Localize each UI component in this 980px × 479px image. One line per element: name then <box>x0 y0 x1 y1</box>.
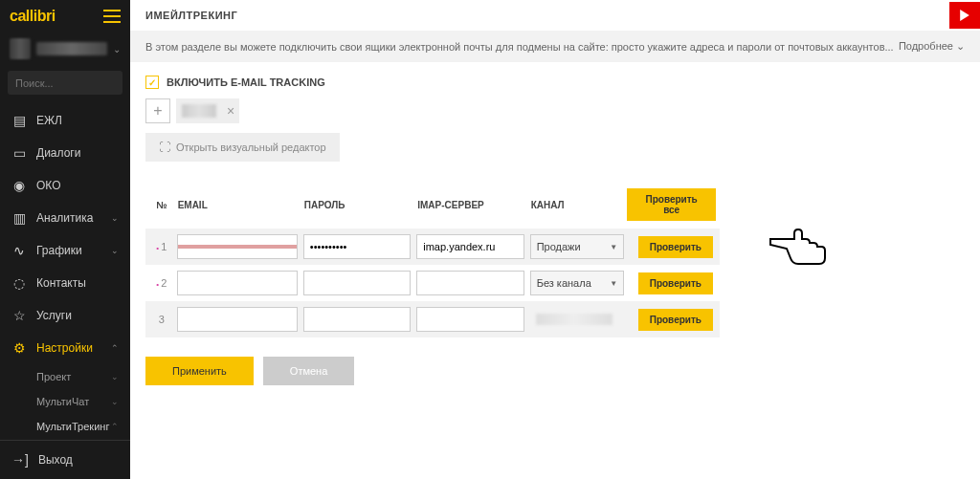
password-input[interactable] <box>303 271 411 295</box>
email-cell <box>174 234 301 259</box>
dropdown-value: Продажи <box>537 241 581 252</box>
topbar: ИМЕЙЛТРЕКИНГ <box>130 0 980 31</box>
profile-row[interactable]: ⌄ <box>0 33 130 65</box>
sidebar-item-services[interactable]: ☆Услуги <box>0 299 130 332</box>
sidebar-item-dialogs[interactable]: ▭Диалоги <box>0 137 130 169</box>
sidebar-item-oko[interactable]: ◉ОКО <box>0 169 130 202</box>
cancel-button[interactable]: Отмена <box>263 357 354 385</box>
check-all-button[interactable]: Проверить все <box>627 188 716 221</box>
sidebar-item-ezhl[interactable]: ▤ЕЖЛ <box>0 104 130 137</box>
check-button[interactable]: Проверить <box>638 236 713 258</box>
imap-input[interactable] <box>416 234 523 259</box>
password-input[interactable] <box>303 234 411 259</box>
search-input[interactable] <box>15 77 147 89</box>
chevron-down-icon: ⌄ <box>113 44 121 54</box>
channel-dropdown[interactable]: Без канала▼ <box>530 271 625 295</box>
chevron-down-icon: ⌄ <box>111 397 119 406</box>
chevron-down-icon: ⌄ <box>111 246 119 255</box>
sidebar-item-graphs[interactable]: ∿Графики⌄ <box>0 234 130 267</box>
hamburger-icon[interactable] <box>103 10 121 23</box>
play-button[interactable] <box>949 2 980 29</box>
chevron-down-icon: ▼ <box>610 243 617 251</box>
enable-label: ВКЛЮЧИТЬ E-MAIL TRACKING <box>167 76 325 88</box>
email-input[interactable] <box>177 307 298 332</box>
email-table: № EMAIL ПАРОЛЬ IMAP-СЕРВЕР КАНАЛ Провери… <box>145 181 720 337</box>
email-cell <box>174 271 301 295</box>
chevron-down-icon: ⌄ <box>111 213 119 223</box>
col-imap: IMAP-СЕРВЕР <box>413 200 526 210</box>
settings-submenu: Проект⌄ МультиЧат⌄ МультиТрекинг⌃ Основн… <box>0 364 130 440</box>
col-password: ПАРОЛЬ <box>301 200 413 210</box>
info-bar: В этом разделе вы можете подключить свои… <box>130 31 980 62</box>
enable-checkbox[interactable]: ✓ <box>145 76 159 89</box>
password-input[interactable] <box>303 307 411 332</box>
more-link[interactable]: Подробнее ⌄ <box>899 40 965 53</box>
nav-label: Графики <box>36 244 82 257</box>
user-icon: ◌ <box>11 275 27 291</box>
nav-label: ОКО <box>36 179 61 192</box>
user-name-blurred <box>36 42 107 55</box>
col-email: EMAIL <box>174 200 301 210</box>
imap-input[interactable] <box>416 271 523 295</box>
gear-icon: ⚙ <box>11 340 27 356</box>
chevron-down-icon: ▼ <box>610 279 617 288</box>
nav-label: ЕЖЛ <box>36 114 62 127</box>
dropdown-value: Без канала <box>537 277 591 289</box>
action-cell: Проверить <box>627 309 716 331</box>
sidebar-item-settings[interactable]: ⚙Настройки⌃ <box>0 332 130 364</box>
exit-button[interactable]: →]Выход <box>0 440 130 479</box>
channel-blurred <box>536 314 612 325</box>
sidebar-item-analytics[interactable]: ▥Аналитика⌄ <box>0 202 130 234</box>
channel-dropdown[interactable]: Продажи▼ <box>530 234 625 259</box>
row-number: 1 <box>149 241 174 252</box>
list-icon: ▤ <box>11 113 27 128</box>
sub-item-multitracking[interactable]: МультиТрекинг⌃ <box>27 414 130 439</box>
chat-icon: ▭ <box>11 145 27 161</box>
exit-label: Выход <box>38 453 73 467</box>
avatar <box>10 38 31 59</box>
col-number: № <box>149 200 174 210</box>
col-channel: КАНАЛ <box>527 200 628 210</box>
sidebar-item-contacts[interactable]: ◌Контакты <box>0 267 130 299</box>
password-cell <box>301 307 413 332</box>
add-tab-button[interactable]: + <box>145 98 170 123</box>
page-title: ИМЕЙЛТРЕКИНГ <box>145 10 949 21</box>
channel-dropdown[interactable] <box>530 307 625 332</box>
tab-item[interactable]: × <box>176 98 239 123</box>
imap-cell <box>413 307 526 332</box>
check-button[interactable]: Проверить <box>638 272 713 294</box>
visual-editor-button[interactable]: ⛶ Открыть визуальный редактор <box>145 133 340 162</box>
table-row: 2 Без канала▼ Проверить <box>145 265 720 301</box>
actions-row: Применить Отмена <box>145 357 965 385</box>
expand-icon: ⛶ <box>159 141 170 154</box>
nav-label: Диалоги <box>36 146 80 160</box>
col-action: Проверить все <box>627 188 716 221</box>
password-cell <box>301 234 413 259</box>
nav-label: Настройки <box>36 341 93 355</box>
imap-cell <box>413 234 526 259</box>
check-button[interactable]: Проверить <box>638 309 713 331</box>
imap-input[interactable] <box>416 307 523 332</box>
sub-item-multichat[interactable]: МультиЧат⌄ <box>27 389 130 414</box>
sub-item-project[interactable]: Проект⌄ <box>27 364 130 389</box>
sub-label: МультиТрекинг <box>36 421 109 432</box>
apply-button[interactable]: Применить <box>145 357 254 385</box>
chart-icon: ▥ <box>11 210 27 226</box>
brand-logo: callibri <box>10 8 56 25</box>
nav-label: Аналитика <box>36 211 93 225</box>
main: ИМЕЙЛТРЕКИНГ В этом разделе вы можете по… <box>130 0 980 479</box>
nav-label: Услуги <box>36 309 72 322</box>
table-row: 3 Проверить <box>145 301 720 337</box>
eye-icon: ◉ <box>11 178 27 193</box>
search-row: ⌕ <box>8 71 122 95</box>
row-number: 3 <box>149 314 174 325</box>
email-input[interactable] <box>177 271 298 295</box>
email-input-blurred[interactable] <box>177 234 298 259</box>
editor-btn-label: Открыть визуальный редактор <box>176 142 326 153</box>
content: ✓ ВКЛЮЧИТЬ E-MAIL TRACKING + × ⛶ Открыть… <box>130 62 980 399</box>
close-icon[interactable]: × <box>222 103 239 119</box>
password-cell <box>301 271 413 295</box>
chevron-down-icon: ⌄ <box>111 372 119 381</box>
chevron-up-icon: ⌃ <box>111 422 119 431</box>
table-header: № EMAIL ПАРОЛЬ IMAP-СЕРВЕР КАНАЛ Провери… <box>145 181 720 229</box>
